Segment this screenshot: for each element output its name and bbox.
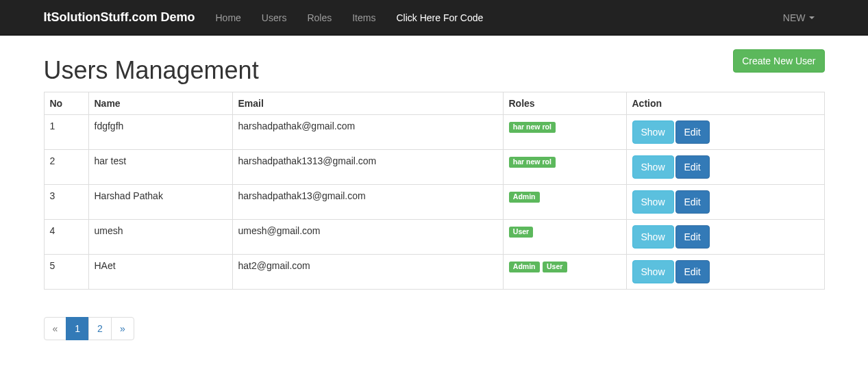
pagination-prev[interactable]: « [44,317,67,340]
cell-action: ShowEdit [626,115,824,150]
table-row: 5HAethat2@gmail.comAdmin User ShowEdit [44,255,824,290]
cell-no: 5 [44,255,88,290]
table-row: 2har testharshadpathak1313@gmail.comhar … [44,150,824,185]
page-title: Users Management [44,56,259,85]
role-badge: Admin [509,262,540,272]
show-button[interactable]: Show [632,190,674,214]
cell-roles: User [503,220,626,255]
cell-action: ShowEdit [626,185,824,220]
edit-button[interactable]: Edit [675,225,710,249]
cell-action: ShowEdit [626,220,824,255]
cell-action: ShowEdit [626,255,824,290]
show-button[interactable]: Show [632,155,674,179]
show-button[interactable]: Show [632,120,674,144]
header-email: Email [232,92,503,115]
nav-dropdown-label: NEW [783,12,806,23]
table-row: 4umeshumesh@gmail.comUser ShowEdit [44,220,824,255]
cell-no: 2 [44,150,88,185]
role-badge: User [509,227,534,238]
cell-roles: Admin [503,185,626,220]
users-table: No Name Email Roles Action 1fdgfgfhharsh… [44,92,825,290]
table-row: 1fdgfgfhharshadpathak@gmail.comhar new r… [44,115,824,150]
caret-down-icon [809,16,815,19]
role-badge: har new rol [509,157,556,168]
nav-link-users[interactable]: Users [251,2,297,34]
navbar-nav: Home Users Roles Items Click Here For Co… [205,2,493,34]
create-new-user-button[interactable]: Create New User [733,49,824,73]
pagination: « 1 2 » [44,317,134,340]
header-no: No [44,92,88,115]
cell-email: harshadpathak@gmail.com [232,115,503,150]
cell-no: 1 [44,115,88,150]
cell-roles: har new rol [503,150,626,185]
table-row: 3Harshad Pathakharshadpathak13@gmail.com… [44,185,824,220]
edit-button[interactable]: Edit [675,120,710,144]
role-badge: Admin [509,192,540,203]
nav-link-items[interactable]: Items [342,2,386,34]
cell-name: Harshad Pathak [88,185,232,220]
edit-button[interactable]: Edit [675,260,710,283]
pagination-page-1[interactable]: 1 [66,317,89,340]
cell-name: HAet [88,255,232,290]
nav-dropdown-new[interactable]: NEW [773,2,825,34]
cell-name: har test [88,150,232,185]
cell-email: umesh@gmail.com [232,220,503,255]
nav-link-code[interactable]: Click Here For Code [386,2,493,34]
edit-button[interactable]: Edit [675,190,710,214]
pagination-next[interactable]: » [111,317,134,340]
show-button[interactable]: Show [632,260,674,283]
header-action: Action [626,92,824,115]
nav-link-home[interactable]: Home [205,2,251,34]
role-badge: User [543,262,567,272]
cell-no: 3 [44,185,88,220]
header-roles: Roles [503,92,626,115]
cell-no: 4 [44,220,88,255]
nav-link-roles[interactable]: Roles [297,2,342,34]
cell-roles: Admin User [503,255,626,290]
show-button[interactable]: Show [632,225,674,249]
pagination-page-2[interactable]: 2 [88,317,112,340]
cell-email: hat2@gmail.com [232,255,503,290]
navbar-brand[interactable]: ItSolutionStuff.com Demo [44,0,206,35]
edit-button[interactable]: Edit [675,155,710,179]
cell-email: harshadpathak1313@gmail.com [232,150,503,185]
cell-roles: har new rol [503,115,626,150]
role-badge: har new rol [509,122,556,133]
cell-name: umesh [88,220,232,255]
header-name: Name [88,92,232,115]
navbar: ItSolutionStuff.com Demo Home Users Role… [0,0,868,36]
cell-name: fdgfgfh [88,115,232,150]
cell-email: harshadpathak13@gmail.com [232,185,503,220]
cell-action: ShowEdit [626,150,824,185]
